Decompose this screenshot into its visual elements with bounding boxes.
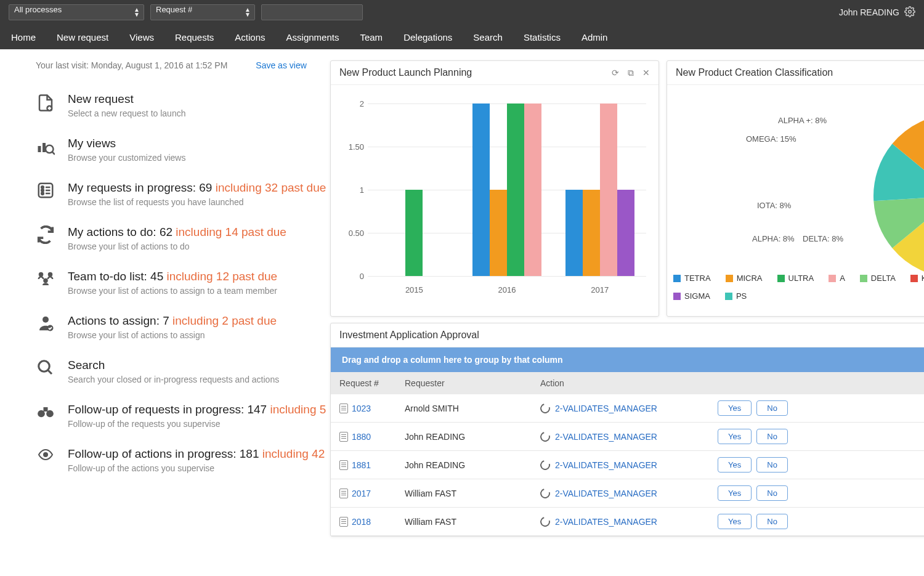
bar — [617, 190, 634, 276]
yes-button[interactable]: Yes — [718, 400, 752, 416]
request-link[interactable]: 1023 — [352, 404, 371, 413]
nav-requests[interactable]: Requests — [175, 32, 214, 43]
pastdue-text: including 12 past due — [167, 270, 278, 283]
bar — [524, 103, 541, 276]
binoculars-icon — [36, 403, 55, 429]
tile-sub: Browse your list of actions to assign — [68, 330, 277, 340]
col-header-requester[interactable]: Requester — [405, 378, 540, 388]
action-link[interactable]: 2-VALIDATES_MANAGER — [555, 517, 657, 527]
legend-swatch — [725, 293, 732, 300]
col-header-action[interactable]: Action — [540, 378, 700, 388]
action-link[interactable]: 2-VALIDATES_MANAGER — [555, 432, 657, 442]
action-link[interactable]: 2-VALIDATES_MANAGER — [555, 404, 657, 413]
x-tick: 2016 — [461, 285, 554, 294]
no-button[interactable]: No — [756, 457, 788, 473]
nav-assignments[interactable]: Assignments — [286, 32, 339, 43]
nav-team[interactable]: Team — [360, 32, 383, 43]
nav-home[interactable]: Home — [11, 32, 36, 43]
tile-search[interactable]: Search Search your closed or in-progress… — [36, 359, 326, 384]
tile-team-todo[interactable]: Team to-do list: 45 including 12 past du… — [36, 270, 326, 296]
request-link[interactable]: 1880 — [352, 432, 371, 442]
legend-label: ULTRA — [788, 274, 814, 283]
no-button[interactable]: No — [756, 429, 788, 444]
nav-views[interactable]: Views — [129, 32, 154, 43]
bar-chart: 00.5011.502 201520162017 — [331, 85, 659, 307]
tile-new-request[interactable]: New request Select a new request to laun… — [36, 92, 326, 118]
close-icon[interactable]: ✕ — [642, 68, 650, 78]
tile-actions-assign[interactable]: Actions to assign: 7 including 2 past du… — [36, 314, 326, 340]
refresh-icon[interactable]: ⟳ — [612, 68, 619, 78]
nav-search[interactable]: Search — [473, 32, 503, 43]
legend-swatch — [673, 293, 681, 300]
expand-icon[interactable]: ⧉ — [628, 68, 634, 78]
pie-label: IOTA: 8% — [757, 201, 791, 210]
request-link[interactable]: 2017 — [352, 489, 371, 498]
nav-actions[interactable]: Actions — [235, 32, 265, 43]
legend-item: MICRA — [726, 274, 763, 283]
pastdue-text: including 14 past due — [176, 225, 286, 238]
pie-label: ALPHA +: 8% — [778, 116, 827, 125]
request-select[interactable]: Request # ▲▼ — [150, 4, 255, 20]
no-button[interactable]: No — [756, 485, 788, 501]
bar — [490, 190, 507, 276]
gear-icon[interactable] — [904, 6, 915, 19]
tile-title: My actions to do: 62 including 14 past d… — [68, 225, 286, 239]
tile-my-actions[interactable]: My actions to do: 62 including 14 past d… — [36, 225, 326, 251]
tile-sub: Select a new request to launch — [68, 108, 185, 118]
group-by-bar[interactable]: Drag and drop a column here to group by … — [331, 347, 924, 372]
cycle-icon — [538, 402, 552, 415]
legend-swatch — [673, 275, 681, 282]
tile-sub: Browse the list of requests you have lau… — [68, 197, 326, 207]
y-tick: 2 — [360, 99, 364, 108]
cycle-icon — [538, 515, 552, 529]
pie-label: ALPHA: 8% — [752, 234, 795, 243]
no-button[interactable]: No — [756, 400, 788, 416]
panel-title: New Product Creation Classification — [676, 67, 833, 78]
dashboard-panels: New Product Launch Planning ⟳ ⧉ ✕ 00.501… — [326, 60, 924, 492]
pie-label: OMEGA: 15% — [746, 134, 796, 144]
nav-admin[interactable]: Admin — [582, 32, 608, 43]
bar — [405, 190, 423, 276]
home-sidebar: Your last visit: Monday, August 1, 2016 … — [0, 60, 326, 492]
col-header-inv[interactable]: Inv — [805, 378, 924, 388]
tile-followup-actions[interactable]: Follow-up of actions in progress: 181 in… — [36, 447, 326, 473]
tile-title: Actions to assign: 7 including 2 past du… — [68, 314, 277, 328]
table-row: 2018William FAST2-VALIDATES_MANAGERYesNo — [331, 508, 924, 536]
yes-button[interactable]: Yes — [718, 457, 752, 473]
requester-cell: William FAST — [405, 489, 540, 498]
document-icon — [339, 517, 348, 527]
yes-button[interactable]: Yes — [718, 514, 752, 529]
request-select-value: Request # — [156, 5, 192, 14]
action-link[interactable]: 2-VALIDATES_MANAGER — [555, 460, 657, 470]
table-row: 2017William FAST2-VALIDATES_MANAGERYesNo — [331, 479, 924, 508]
svg-point-22 — [44, 453, 47, 456]
nav-new-request[interactable]: New request — [57, 32, 108, 43]
no-button[interactable]: No — [756, 514, 788, 529]
tile-my-requests[interactable]: My requests in progress: 69 including 32… — [36, 181, 326, 207]
user-name: John READING — [839, 7, 899, 17]
svg-point-0 — [909, 10, 912, 13]
tile-sub: Search your closed or in-progress reques… — [68, 375, 279, 384]
tile-followup-requests[interactable]: Follow-up of requests in progress: 147 i… — [36, 403, 326, 429]
col-header-request[interactable]: Request # — [331, 378, 405, 388]
top-search-input[interactable] — [261, 4, 363, 20]
process-select[interactable]: All processes ▲▼ — [9, 4, 144, 20]
tile-my-views[interactable]: My views Browse your customized views — [36, 137, 326, 163]
request-link[interactable]: 2018 — [352, 517, 371, 527]
nav-delegations[interactable]: Delegations — [403, 32, 452, 43]
save-as-view-link[interactable]: Save as view — [256, 60, 306, 70]
nav-statistics[interactable]: Statistics — [524, 32, 561, 43]
request-link[interactable]: 1881 — [352, 460, 371, 470]
svg-rect-21 — [44, 407, 48, 412]
legend-item: SIGMA — [673, 291, 710, 301]
yes-button[interactable]: Yes — [718, 429, 752, 444]
pie-chart: ALPHA +: 8%OMEGA: 15%IOTA: 8%ALPHA: 8%DE… — [667, 85, 924, 270]
document-icon — [339, 432, 348, 442]
document-icon — [339, 404, 348, 413]
search-icon — [36, 359, 55, 384]
legend-swatch — [777, 275, 785, 282]
action-link[interactable]: 2-VALIDATES_MANAGER — [555, 489, 657, 498]
svg-rect-2 — [38, 146, 41, 152]
yes-button[interactable]: Yes — [718, 485, 752, 501]
cycle-icon — [538, 487, 552, 500]
